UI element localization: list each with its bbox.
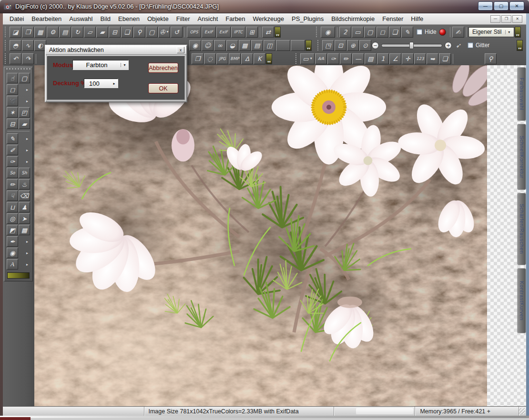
menu-werkzeuge[interactable]: Werkzeuge — [249, 14, 288, 24]
zoom-pixel-button[interactable]: ⊙ — [359, 40, 371, 51]
ok-button[interactable]: OK — [148, 83, 178, 93]
zoom-fit-button[interactable]: ⊡ — [335, 40, 346, 51]
ops-button[interactable]: OPS — [187, 27, 201, 38]
halftone-button[interactable]: ▩ — [239, 40, 251, 51]
tab-farbauswahl[interactable]: Farbauswahl — [517, 67, 526, 121]
undo-button[interactable]: ↶ — [10, 53, 21, 64]
eyedropper-tool-button[interactable]: ✒ — [7, 236, 18, 247]
exif-edit-button[interactable]: ExIF — [216, 27, 231, 38]
palette-grip[interactable] — [6, 68, 31, 71]
view-fit-button[interactable]: ◻ — [376, 27, 388, 38]
cursor-tool-button[interactable]: ➤ — [19, 213, 30, 224]
resize-grip[interactable] — [519, 408, 525, 414]
clone-brush-tool-button[interactable]: ✑ — [7, 156, 18, 167]
zoom-in-button[interactable]: ⊕ — [347, 40, 359, 51]
stamp-tool-button[interactable]: ♟ — [19, 202, 30, 212]
thumbnail-browser-button[interactable]: ▦ — [34, 27, 46, 38]
folder-open-button[interactable]: ▱ — [84, 27, 96, 38]
spray-tool-button[interactable]: ♨ — [19, 179, 30, 190]
menu-fenster[interactable]: Fenster — [378, 14, 407, 24]
perspective-text-button[interactable]: ∆ — [241, 53, 253, 64]
fullscreen-view-button[interactable]: ▢ — [146, 27, 158, 38]
reload-image-button[interactable]: ↻ — [71, 27, 83, 38]
menu-bearbeiten[interactable]: Bearbeiten — [28, 14, 65, 24]
flyout-arrow-icon[interactable]: ▸ — [24, 240, 30, 244]
glasses-retouch-button[interactable]: ∞ — [214, 40, 226, 51]
sharpen-brush-tool-button[interactable]: Sh — [19, 168, 30, 178]
menu-ebenen[interactable]: Ebenen — [114, 14, 143, 24]
open-image-button[interactable]: ❒ — [22, 27, 34, 38]
menu-farben[interactable]: Farben — [222, 14, 249, 24]
menu-hilfe[interactable]: Hilfe — [407, 14, 427, 24]
minimize-button[interactable]: — — [478, 1, 493, 10]
send-image-button[interactable]: ➥ — [427, 53, 438, 64]
calibrate-button[interactable]: K — [254, 53, 265, 64]
flyout-arrow-icon[interactable]: ▸ — [24, 251, 30, 255]
hide-checkbox[interactable] — [417, 29, 422, 35]
marquee-tool-button[interactable]: ◻ — [7, 84, 18, 95]
color-swatch[interactable] — [7, 272, 30, 279]
shape-select-tool-button[interactable]: ▢ — [19, 73, 30, 83]
toolbar-overflow-button[interactable]: ▾▾ — [517, 40, 523, 51]
photo-document-button[interactable]: ▤ — [251, 40, 263, 51]
tab-kontrastkurven[interactable]: KontrastKurven — [517, 268, 526, 333]
abbrechen-button[interactable]: Abbrechen — [148, 63, 178, 73]
blank-button[interactable] — [291, 40, 305, 51]
flyout-arrow-icon[interactable]: ▸ — [24, 148, 30, 152]
folder-copy-button[interactable]: ▰ — [96, 27, 108, 38]
print-button[interactable]: ✇▾ — [158, 27, 170, 38]
zoom-window-button[interactable]: ◳ — [322, 40, 334, 51]
fine-brush-tool-button[interactable]: ✐ — [7, 145, 18, 155]
pattern-tool-button[interactable]: ▩ — [19, 225, 30, 235]
measure-single-button[interactable]: 1 — [377, 53, 389, 64]
curves-button[interactable]: ∿ — [22, 40, 34, 51]
eraser-tool-button[interactable]: ⌫ — [19, 190, 30, 201]
save-selection-tool-button[interactable]: ⊟ — [7, 119, 18, 129]
menu-bildschirmkopie[interactable]: Bildschirmkopie — [327, 14, 378, 24]
dialog-titlebar[interactable]: Aktion abschwächen x — [46, 46, 186, 55]
text-format-button[interactable]: A⁄A — [315, 53, 327, 64]
gradient-eraser-tool-button[interactable]: ◩ — [7, 225, 18, 235]
toolbar-overflow-button[interactable]: ▾▾ — [515, 27, 521, 38]
zoom-out-end-button[interactable]: − — [372, 42, 379, 49]
fill-tool-button[interactable]: ▰ — [19, 119, 30, 129]
snapshot-button[interactable]: ◉ — [321, 27, 335, 38]
close-button[interactable]: ✕ — [509, 1, 524, 10]
crosshair-button[interactable]: ✛ — [402, 53, 414, 64]
zoom-slider[interactable] — [381, 44, 442, 47]
exif-copy-button[interactable]: ⊞ — [246, 27, 258, 38]
modus-combobox[interactable]: Farbton ▾ — [72, 60, 129, 70]
mdi-minimize-button[interactable]: — — [490, 15, 500, 23]
rotate-image-button[interactable]: ↺ — [171, 27, 183, 38]
exif-view-button[interactable]: ExIF — [202, 27, 216, 38]
toolbar-overflow-button[interactable]: ▾▾ — [266, 53, 272, 64]
scratch-brush-tool-button[interactable]: ✎ — [7, 133, 18, 144]
iptc-button[interactable]: IPTC — [231, 27, 245, 38]
copy-image-button[interactable]: ❑ — [121, 27, 133, 38]
view-edit-button[interactable]: ✎ — [401, 27, 413, 38]
style-brush-button[interactable]: ✍ — [452, 27, 464, 38]
toolbar-grip[interactable] — [295, 53, 299, 64]
pen-line-button[interactable]: ✏ — [340, 53, 352, 64]
free-select-button[interactable]: ◌ — [204, 53, 216, 64]
gitter-checkbox[interactable] — [468, 42, 473, 48]
toolbar-overflow-button[interactable]: ▾▾ — [275, 27, 281, 38]
print-dropdown-arrow-icon[interactable]: ▾ — [166, 30, 168, 34]
flyout-arrow-icon[interactable]: ▸ — [24, 262, 30, 267]
photo-canvas[interactable] — [34, 65, 487, 406]
toolbar-grip[interactable] — [5, 40, 8, 50]
smudge-tool-button[interactable]: ☟ — [7, 190, 18, 201]
lasso-tool-button[interactable]: ➰ — [7, 96, 18, 106]
save-bmp-button[interactable]: BMP — [229, 53, 241, 64]
soften-brush-tool-button[interactable]: So — [7, 168, 18, 178]
tab-schnellkorrektur[interactable]: SchnellKorrektur — [517, 124, 526, 190]
shape-dropdown-arrow-icon[interactable]: ▾ — [310, 57, 312, 60]
picker-button[interactable]: ➶ — [452, 40, 464, 51]
crop-tool-button[interactable]: ◰ — [19, 107, 30, 118]
redeye-tool-button[interactable]: ◉ — [7, 248, 18, 258]
two-images-button[interactable]: 2 — [339, 27, 351, 38]
render-sphere-button[interactable]: ◓ — [10, 40, 21, 51]
toolbar-grip[interactable] — [5, 27, 8, 37]
paste-image-button[interactable]: ❐ — [192, 53, 203, 64]
loupe-button[interactable]: ⚲ — [133, 27, 145, 38]
